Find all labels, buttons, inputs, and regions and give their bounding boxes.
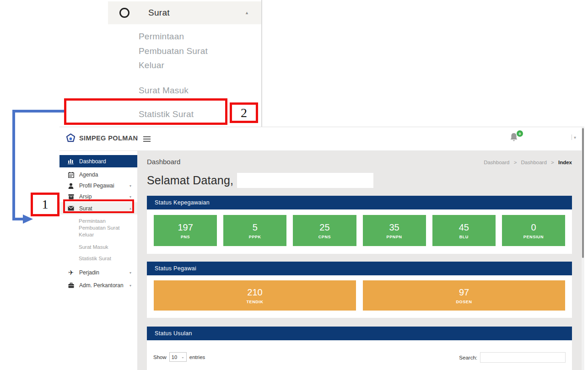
stat-card-pensiun: 0 PENSIUN bbox=[502, 215, 565, 246]
panel-header: Status Kepegawaian bbox=[147, 196, 572, 209]
sidebar-item-agenda[interactable]: Agenda bbox=[59, 169, 137, 180]
stat-value: 197 bbox=[178, 222, 193, 233]
stat-label: BLU bbox=[459, 235, 469, 239]
inset-right-border bbox=[261, 0, 262, 127]
top-navbar: SIMPEG POLMAN 0 ▾ bbox=[59, 127, 584, 151]
sidebar-submenu-surat: Permintaan Pembuatan Surat Keluar Surat … bbox=[59, 218, 137, 261]
inset-surat-menu-header[interactable]: Surat ▲ bbox=[108, 1, 261, 24]
brand[interactable]: SIMPEG POLMAN bbox=[66, 134, 138, 142]
sidebar-item-label: Arsip bbox=[79, 193, 92, 200]
scrollbar-track[interactable] bbox=[582, 127, 584, 370]
annotation-step-1-label: 1 bbox=[31, 193, 59, 216]
page: Surat ▲ Permintaan Pembuatan Surat Kelua… bbox=[0, 0, 588, 370]
stat-value: 45 bbox=[459, 222, 469, 233]
bar-chart-icon bbox=[67, 158, 75, 164]
stat-value: 25 bbox=[319, 222, 329, 233]
calendar-icon bbox=[67, 172, 75, 178]
user-icon bbox=[67, 183, 75, 189]
notifications-button[interactable]: 0 bbox=[509, 132, 521, 145]
chevron-down-icon: ▾ bbox=[129, 271, 131, 275]
sidebar-item-label: Profil Pegawai bbox=[79, 182, 114, 189]
stat-card-cpns: 25 CPNS bbox=[293, 215, 356, 246]
entries-select[interactable]: 10 ⌄ bbox=[169, 352, 187, 362]
stat-card-pppk: 5 PPPK bbox=[223, 215, 286, 246]
annotation-step-2-label: 2 bbox=[230, 102, 258, 123]
sidebar-item-perjadin[interactable]: ✈ Perjadin ▾ bbox=[59, 267, 137, 278]
inset-surat-menu-title: Surat bbox=[148, 8, 170, 18]
user-menu-toggle[interactable]: ▾ bbox=[572, 134, 576, 140]
page-title: Dashboard bbox=[147, 158, 180, 166]
main-content: Dashboard Dashboard > Dashboard > Index … bbox=[137, 151, 582, 370]
submenu-item-statistik-surat[interactable]: Statistik Surat bbox=[79, 256, 137, 261]
panel-status-pegawai: Status Pegawai 210 TENDIK 97 DOSEN bbox=[147, 262, 572, 318]
stat-card-pns: 197 PNS bbox=[154, 215, 217, 246]
chevron-down-icon: ⌄ bbox=[181, 355, 184, 359]
chevron-down-icon: ▾ bbox=[129, 284, 131, 288]
chevron-down-icon: ▾ bbox=[574, 135, 576, 140]
stat-card-tendik: 210 TENDIK bbox=[154, 280, 356, 311]
annotation-box-statistik-surat bbox=[64, 98, 227, 125]
stat-label: DOSEN bbox=[456, 300, 472, 304]
stat-label: PNS bbox=[181, 235, 190, 239]
plane-icon: ✈ bbox=[67, 269, 75, 276]
panel-header: Status Pegawai bbox=[147, 262, 572, 275]
chevron-down-icon: ▾ bbox=[129, 184, 131, 188]
welcome-heading: Selamat Datang, bbox=[147, 174, 233, 187]
chevron-down-icon: ▾ bbox=[129, 195, 131, 199]
inset-menu-item-surat-masuk[interactable]: Surat Masuk bbox=[139, 83, 189, 98]
app-logo-icon bbox=[66, 134, 75, 142]
panel-status-usulan: Status Usulan Show 10 ⌄ entries Search: bbox=[147, 327, 572, 370]
redacted-username bbox=[237, 173, 373, 188]
scrollbar-thumb[interactable] bbox=[582, 128, 584, 258]
panel-header: Status Usulan bbox=[147, 327, 572, 340]
search-input[interactable] bbox=[480, 352, 566, 363]
search-label: Search: bbox=[459, 355, 477, 360]
show-label: Show bbox=[153, 354, 167, 360]
stat-label: PENSIUN bbox=[523, 235, 544, 239]
breadcrumb: Dashboard > Dashboard > Index bbox=[484, 160, 572, 165]
inset-menu-item-permintaan[interactable]: Permintaan Pembuatan Surat Keluar bbox=[139, 29, 223, 73]
sidebar-item-label: Agenda bbox=[79, 172, 98, 178]
entries-control: Show 10 ⌄ entries bbox=[153, 352, 205, 362]
breadcrumb-separator: > bbox=[551, 160, 554, 165]
stat-value: 210 bbox=[247, 287, 262, 298]
sidebar-item-label: Adm. Perkantoran bbox=[79, 282, 124, 289]
circle-icon bbox=[119, 8, 129, 18]
stat-label: TENDIK bbox=[246, 300, 263, 304]
dashboard-window: SIMPEG POLMAN 0 ▾ Dashboard bbox=[59, 127, 584, 370]
hamburger-menu-icon[interactable] bbox=[143, 136, 151, 143]
notification-count-badge: 0 bbox=[517, 130, 523, 137]
sidebar: Dashboard Agenda Profil Pegawai ▾ Arsip bbox=[59, 151, 137, 370]
briefcase-icon bbox=[67, 283, 75, 288]
stat-card-ppnpn: 35 PPNPN bbox=[363, 215, 426, 246]
stat-label: PPNPN bbox=[387, 235, 402, 239]
panel-status-kepegawaian: Status Kepegawaian 197 PNS 5 PPPK 25 CPN… bbox=[147, 196, 572, 254]
sidebar-item-adm-perkantoran[interactable]: Adm. Perkantoran ▾ bbox=[59, 280, 137, 291]
sidebar-item-profil-pegawai[interactable]: Profil Pegawai ▾ bbox=[59, 180, 137, 191]
entries-label: entries bbox=[189, 354, 205, 360]
sidebar-item-label: Perjadin bbox=[79, 269, 99, 276]
chevron-up-icon: ▲ bbox=[245, 11, 249, 15]
stat-label: CPNS bbox=[318, 235, 331, 239]
stat-value: 5 bbox=[253, 222, 258, 233]
breadcrumb-current: Index bbox=[558, 160, 572, 165]
stat-value: 35 bbox=[389, 222, 399, 233]
stat-value: 97 bbox=[459, 287, 469, 298]
stat-value: 0 bbox=[531, 222, 536, 233]
annotation-box-surat bbox=[63, 199, 134, 213]
divider bbox=[572, 134, 572, 140]
submenu-item-surat-masuk[interactable]: Surat Masuk bbox=[79, 244, 137, 250]
breadcrumb-item[interactable]: Dashboard bbox=[484, 160, 509, 165]
stat-card-blu: 45 BLU bbox=[432, 215, 496, 246]
stat-label: PPPK bbox=[249, 235, 261, 239]
submenu-item-permintaan[interactable]: Permintaan Pembuatan Surat Keluar bbox=[79, 218, 130, 238]
entries-select-value: 10 bbox=[172, 354, 177, 360]
search-control: Search: bbox=[459, 352, 566, 363]
brand-text: SIMPEG POLMAN bbox=[79, 134, 138, 142]
breadcrumb-separator: > bbox=[514, 160, 517, 165]
sidebar-item-label: Dashboard bbox=[79, 158, 106, 165]
stat-card-dosen: 97 DOSEN bbox=[363, 280, 565, 311]
breadcrumb-item[interactable]: Dashboard bbox=[521, 160, 547, 165]
archive-icon bbox=[67, 194, 75, 199]
sidebar-item-dashboard[interactable]: Dashboard bbox=[59, 155, 137, 167]
